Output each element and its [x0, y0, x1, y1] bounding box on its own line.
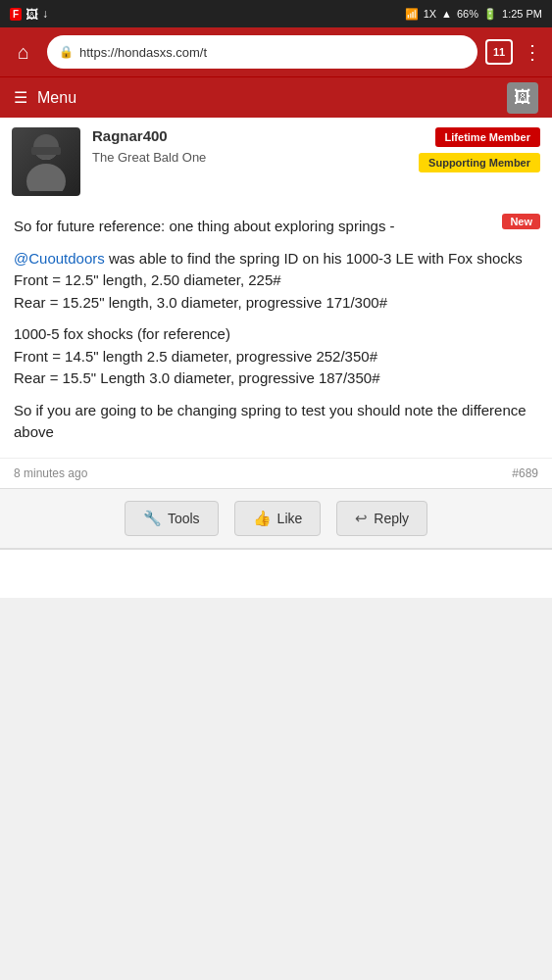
avatar-image	[12, 127, 80, 196]
reply-label: Reply	[374, 511, 409, 526]
badges-column: Lifetime Member Supporting Member	[419, 127, 540, 172]
download-icon: ↓	[42, 7, 48, 21]
url-text: https://hondasxs.com/t	[79, 45, 466, 60]
post-paragraph-1: So for future reference: one thing about…	[14, 216, 538, 238]
post-para2-line3: Rear = 15.25" length, 3.0 diameter, prog…	[14, 294, 387, 311]
lifetime-member-badge: Lifetime Member	[435, 127, 540, 147]
post-para3-line2: Front = 14.5" length 2.5 diameter, progr…	[14, 348, 377, 365]
post-paragraph-2-text: was able to find the spring ID on his 10…	[105, 250, 523, 267]
post-timestamp: 8 minutes ago	[14, 466, 87, 480]
hamburger-menu-icon[interactable]: ☰	[14, 88, 27, 107]
home-button[interactable]: ⌂	[8, 41, 39, 64]
post-card: Ragnar400 The Great Bald One Lifetime Me…	[0, 118, 552, 489]
tools-button[interactable]: 🔧 Tools	[125, 501, 219, 536]
post-para3-line3: Rear = 15.5" Length 3.0 diameter, progre…	[14, 369, 380, 386]
svg-rect-3	[31, 147, 61, 155]
battery-percentage: 66%	[457, 8, 478, 20]
url-bar[interactable]: 🔒 https://hondasxs.com/t	[47, 35, 477, 69]
menu-bar: ☰ Menu 🖼	[0, 76, 552, 118]
post-header: Ragnar400 The Great Bald One Lifetime Me…	[0, 118, 552, 206]
tools-icon: 🔧	[143, 510, 162, 527]
like-icon: 👍	[253, 510, 272, 527]
reply-button[interactable]: ↩ Reply	[336, 501, 427, 536]
menu-label[interactable]: Menu	[37, 89, 76, 107]
tools-label: Tools	[168, 511, 200, 526]
supporting-member-badge: Supporting Member	[419, 153, 540, 172]
status-bar-left: F 🖼 ↓	[10, 7, 48, 22]
avatar	[12, 127, 80, 196]
post-paragraph-3: 1000-5 fox shocks (for reference) Front …	[14, 323, 538, 390]
post-para2-line2: Front = 12.5" length, 2.50 diameter, 225…	[14, 271, 281, 288]
user-title: The Great Bald One	[92, 150, 407, 165]
username: Ragnar400	[92, 127, 407, 144]
post-body: New So for future reference: one thing a…	[0, 206, 552, 458]
status-bar-right: 📶 1X ▲ 66% 🔋 1:25 PM	[405, 8, 542, 21]
user-avatar[interactable]: 🖼	[507, 82, 538, 114]
reply-icon: ↩	[355, 510, 368, 527]
signal-text: 1X	[424, 8, 436, 20]
post-number: #689	[512, 466, 538, 480]
time: 1:25 PM	[502, 8, 542, 20]
post-text: So for future reference: one thing about…	[14, 216, 538, 444]
svg-point-1	[26, 164, 66, 191]
mention-link[interactable]: @Cuoutdoors	[14, 250, 105, 267]
like-label: Like	[277, 511, 303, 526]
bottom-preview	[0, 549, 552, 598]
post-footer: 8 minutes ago #689	[0, 458, 552, 488]
browser-bar: ⌂ 🔒 https://hondasxs.com/t 11 ⋮	[0, 27, 552, 76]
post-paragraph-2: @Cuoutdoors was able to find the spring …	[14, 248, 538, 315]
post-paragraph-4: So if you are going to be changing sprin…	[14, 400, 538, 444]
battery-icon: 🔋	[483, 8, 497, 21]
flipboard-icon: F	[10, 8, 22, 21]
more-options-button[interactable]: ⋮	[521, 40, 544, 64]
action-bar: 🔧 Tools 👍 Like ↩ Reply	[0, 489, 552, 549]
post-para3-line1: 1000-5 fox shocks (for reference)	[14, 325, 230, 342]
wifi-icon: 📶	[405, 8, 419, 21]
photo-icon: 🖼	[25, 7, 38, 22]
status-bar: F 🖼 ↓ 📶 1X ▲ 66% 🔋 1:25 PM	[0, 0, 552, 27]
post-header-info: Ragnar400 The Great Bald One	[92, 127, 407, 165]
tab-count-button[interactable]: 11	[485, 39, 513, 65]
lock-icon: 🔒	[59, 45, 74, 59]
network-icon: ▲	[441, 8, 452, 20]
new-badge: New	[502, 214, 540, 229]
like-button[interactable]: 👍 Like	[234, 501, 322, 536]
